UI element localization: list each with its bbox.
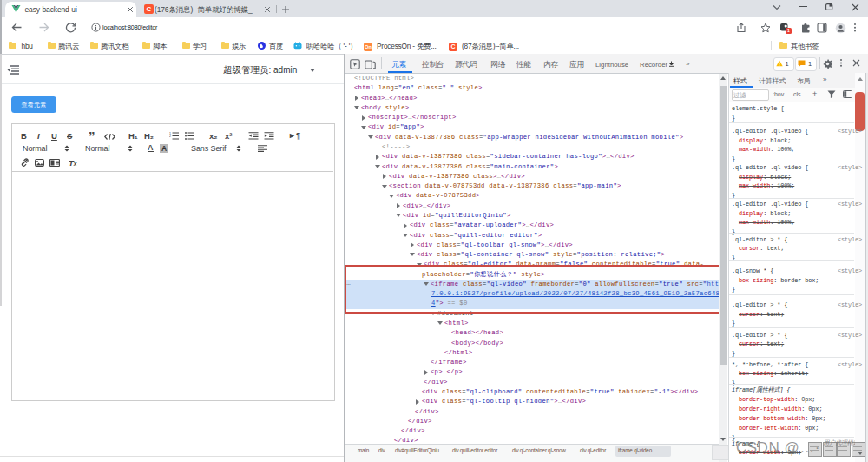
svg-text:2: 2	[169, 135, 171, 138]
